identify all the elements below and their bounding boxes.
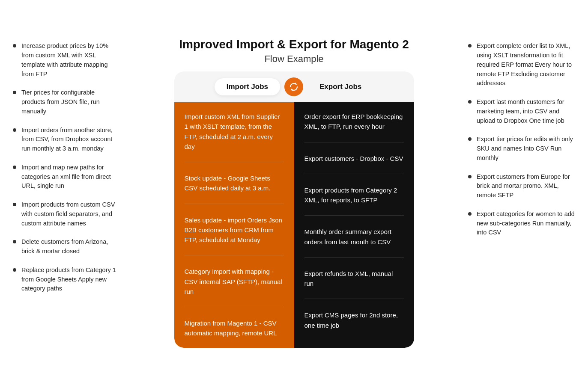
left-bullet-text: Tier prices for configurable products fr… <box>21 88 120 116</box>
right-column: Export complete order list to XML, using… <box>460 37 579 251</box>
center-column: Improved Import & Export for Magento 2 F… <box>128 37 460 347</box>
bullet-dot-icon <box>13 240 16 243</box>
import-tab[interactable]: Import Jobs <box>215 78 280 95</box>
export-flow-item: Order export for ERP bookkeeping XML, to… <box>304 112 404 142</box>
left-bullet-list: Increase product prices by 10% from cust… <box>13 41 120 293</box>
bullet-dot-icon <box>468 100 472 104</box>
bullet-dot-icon <box>13 203 16 206</box>
export-column: Order export for ERP bookkeeping XML, to… <box>294 102 414 348</box>
export-tab[interactable]: Export Jobs <box>307 78 373 95</box>
left-bullet-item: Increase product prices by 10% from cust… <box>13 41 120 79</box>
bullet-dot-icon <box>13 268 16 272</box>
right-bullet-item: Export complete order list to XML, using… <box>468 41 575 88</box>
export-flow-item: Monthly order summary export orders from… <box>304 227 404 258</box>
flow-container: Import Jobs Export Jobs Import custom XM… <box>174 71 414 348</box>
import-column: Import custom XML from Supplier 1 with X… <box>174 102 294 348</box>
bullet-dot-icon <box>468 175 472 178</box>
left-bullet-item: Delete customers from Arizona, brick & m… <box>13 237 120 256</box>
tab-row: Import Jobs Export Jobs <box>174 71 414 102</box>
export-flow-item: Export refunds to XML, manual run <box>304 269 404 299</box>
right-bullet-list: Export complete order list to XML, using… <box>468 41 575 237</box>
svg-point-0 <box>284 77 303 96</box>
right-bullet-item: Export tier prices for edits with only S… <box>468 135 575 163</box>
right-bullet-text: Export customers from Europe for brick a… <box>477 172 575 200</box>
bullet-dot-icon <box>13 166 16 169</box>
import-flow-item: Category import with mapping - CSV inter… <box>185 267 284 307</box>
bullet-dot-icon <box>13 91 16 94</box>
left-bullet-text: Import and map new paths for categories … <box>21 163 120 191</box>
left-bullet-item: Tier prices for configurable products fr… <box>13 88 120 116</box>
right-bullet-item: Export customers from Europe for brick a… <box>468 172 575 200</box>
export-flow-item: Export CMS pages for 2nd store, one time… <box>304 310 404 330</box>
right-bullet-text: Export tier prices for edits with only S… <box>477 135 575 163</box>
left-bullet-item: Import and map new paths for categories … <box>13 163 120 191</box>
bullet-dot-icon <box>13 128 16 132</box>
left-bullet-item: Import products from custom CSV with cus… <box>13 200 120 228</box>
import-flow-item: Sales update - import Orders Json B2B cu… <box>185 215 284 256</box>
left-bullet-text: Delete customers from Arizona, brick & m… <box>21 237 120 256</box>
bullet-dot-icon <box>468 44 472 47</box>
left-bullet-text: Increase product prices by 10% from cust… <box>21 41 120 79</box>
import-flow-item: Import custom XML from Supplier 1 with X… <box>185 112 284 162</box>
left-bullet-text: Import orders from another store, from C… <box>21 126 120 154</box>
right-bullet-item: Export last month customers for marketin… <box>468 98 575 125</box>
import-flow-item: Migration from Magento 1 - CSV automatic… <box>185 318 284 338</box>
left-column: Increase product prices by 10% from cust… <box>9 37 128 307</box>
left-bullet-text: Replace products from Category 1 from Go… <box>21 266 120 293</box>
export-flow-item: Export customers - Dropbox - CSV <box>304 154 404 174</box>
page-title-block: Improved Import & Export for Magento 2 F… <box>179 37 409 65</box>
sub-title: Flow Example <box>179 53 409 65</box>
right-bullet-text: Export complete order list to XML, using… <box>477 41 575 88</box>
left-bullet-text: Import products from custom CSV with cus… <box>21 200 120 228</box>
page-wrapper: Increase product prices by 10% from cust… <box>9 37 579 347</box>
left-bullet-item: Import orders from another store, from C… <box>13 126 120 154</box>
import-flow-item: Stock update - Google Sheets CSV schedul… <box>185 173 284 204</box>
bullet-dot-icon <box>468 212 472 216</box>
right-bullet-text: Export last month customers for marketin… <box>477 98 575 125</box>
export-flow-item: Export products from Category 2 XML, for… <box>304 185 404 216</box>
left-bullet-item: Replace products from Category 1 from Go… <box>13 266 120 293</box>
sync-icon <box>284 77 303 96</box>
bullet-dot-icon <box>468 137 472 141</box>
bullet-dot-icon <box>13 44 16 47</box>
right-bullet-item: Export categories for women to add new s… <box>468 210 575 237</box>
main-title: Improved Import & Export for Magento 2 <box>179 37 409 52</box>
columns-row: Import custom XML from Supplier 1 with X… <box>174 102 414 348</box>
right-bullet-text: Export categories for women to add new s… <box>477 210 575 237</box>
